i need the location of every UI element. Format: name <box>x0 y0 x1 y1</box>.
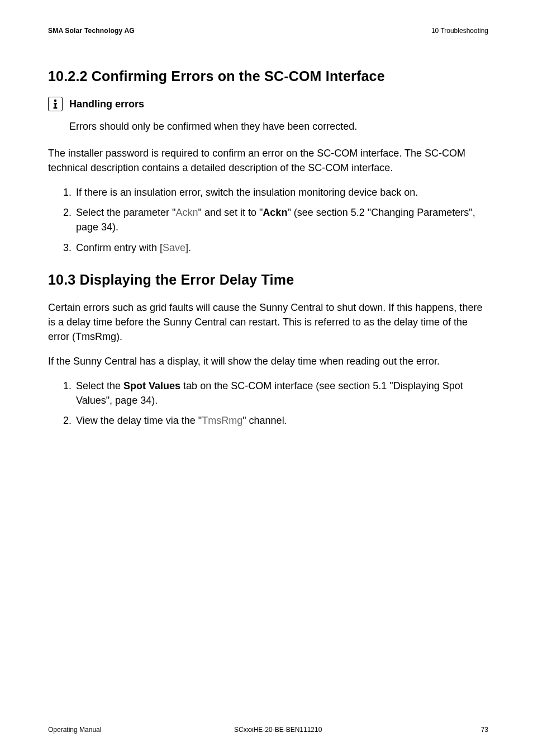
page-header: SMA Solar Technology AG 10 Troubleshooti… <box>48 27 488 35</box>
header-company: SMA Solar Technology AG <box>48 27 135 35</box>
param-name: Ackn <box>175 207 198 218</box>
step-text: Select the <box>76 380 123 391</box>
channel-name: TmsRmg <box>202 415 242 426</box>
step-item: If there is an insulation error, switch … <box>64 185 488 200</box>
section2-para1: Certain errors such as grid faults will … <box>48 300 488 344</box>
section2-para2: If the Sunny Central has a display, it w… <box>48 354 488 368</box>
footer-page-number: 73 <box>455 726 488 734</box>
page-content: 10.2.2 Confirming Errors on the SC-COM I… <box>48 68 488 726</box>
svg-rect-2 <box>55 103 56 108</box>
step-text: ]. <box>185 242 191 253</box>
section-10-2-2-title: 10.2.2 Confirming Errors on the SC-COM I… <box>48 68 488 84</box>
param-value: Ackn <box>263 207 287 218</box>
note-body: Errors should only be confirmed when the… <box>69 119 488 134</box>
section1-steps: If there is an insulation error, switch … <box>48 185 488 254</box>
step-text: " channel. <box>242 415 287 426</box>
section-10-3-title: 10.3 Displaying the Error Delay Time <box>48 272 488 288</box>
step-item: Select the parameter "Ackn" and set it t… <box>64 205 488 234</box>
header-chapter: 10 Troubleshooting <box>431 27 488 35</box>
page: SMA Solar Technology AG 10 Troubleshooti… <box>0 0 533 756</box>
footer-docname: Operating Manual <box>48 726 101 734</box>
step-text: Select the parameter " <box>76 207 175 218</box>
page-footer: Operating Manual SCxxxHE-20-BE-BEN111210… <box>48 726 488 734</box>
step-item: Confirm entry with [Save]. <box>64 240 488 255</box>
step-item: View the delay time via the "TmsRmg" cha… <box>64 413 488 428</box>
step-text: Confirm entry with [ <box>76 242 163 253</box>
note-title: Handling errors <box>69 98 144 110</box>
svg-rect-3 <box>54 107 58 108</box>
info-icon <box>48 97 63 111</box>
step-text: If there is an insulation error, switch … <box>76 187 418 198</box>
footer-docid: SCxxxHE-20-BE-BEN111210 <box>234 726 322 734</box>
step-text: " and set it to " <box>198 207 263 218</box>
note-row: Handling errors <box>48 97 488 111</box>
step-text: View the delay time via the " <box>76 415 202 426</box>
section2-steps: Select the Spot Values tab on the SC-COM… <box>48 379 488 428</box>
button-name: Save <box>163 242 185 253</box>
step-item: Select the Spot Values tab on the SC-COM… <box>64 379 488 408</box>
svg-point-0 <box>54 100 56 102</box>
tab-name: Spot Values <box>123 380 180 391</box>
section1-intro: The installer password is required to co… <box>48 146 488 175</box>
